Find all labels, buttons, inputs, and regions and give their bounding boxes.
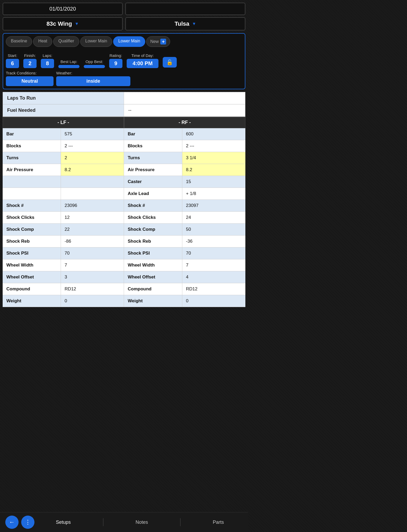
lf-label: Bar [3,128,61,140]
best-lap-value[interactable] [58,65,79,68]
tab-baseline[interactable]: Baseline [6,36,32,47]
rf-value[interactable]: 15 [182,176,245,188]
conditions-row: Track Conditions: Neutral Weather: insid… [6,71,242,86]
lf-value[interactable]: 7 [61,259,124,271]
rf-label: Bar [124,128,182,140]
car-dropdown[interactable]: 83c Wing ▼ [3,17,123,30]
table-row: Shock Reb-86Shock Reb-36 [3,236,245,247]
rf-value[interactable]: 7 [182,259,245,271]
rf-value[interactable]: 24 [182,212,245,223]
time-value[interactable]: 4:00 PM [127,59,158,68]
weather-value[interactable]: inside [56,76,130,86]
lf-header: - LF - [3,117,124,128]
rf-value[interactable]: 2 --- [182,140,245,152]
nav-setups[interactable]: Setups [51,517,76,527]
rf-label: Shock PSI [124,247,182,259]
lf-value[interactable]: 70 [61,247,124,259]
track-dropdown[interactable]: Tulsa ▼ [125,17,245,30]
rf-value[interactable]: + 1/8 [182,188,245,200]
session-tabs: Baseline Heat Qualifier Lower Main Lower… [6,36,242,47]
laps-row: Laps To Run [3,92,245,104]
lf-value[interactable]: RD12 [61,283,124,295]
bottom-nav: ← ⋮ Setups Notes Parts [0,512,248,532]
track-conditions-label: Track Conditions: [6,71,54,75]
rf-label: Shock Comp [124,224,182,235]
back-button[interactable]: ← [5,516,19,529]
rf-value[interactable]: 600 [182,128,245,140]
tab-heat[interactable]: Heat [33,36,52,47]
track-dropdown-arrow: ▼ [192,21,196,26]
data-rows: Bar575Bar600Blocks2 ---Blocks2 ---Turns2… [3,128,245,307]
table-row: Bar575Bar600 [3,128,245,140]
opp-best-value[interactable] [84,65,105,68]
rf-label: Shock Clicks [124,212,182,223]
lf-value[interactable] [61,176,124,188]
rf-value[interactable]: 70 [182,247,245,259]
lf-label: Shock Comp [3,224,61,235]
lf-rf-header: - LF - - RF - [3,117,245,128]
lf-label: Blocks [3,140,61,152]
date-field[interactable]: 01/01/2020 [3,3,123,15]
add-tab-icon: + [160,39,166,45]
lf-value[interactable]: 22 [61,224,124,235]
empty-field[interactable] [125,3,245,15]
tab-new[interactable]: New + [146,36,170,47]
nav-divider-1 [103,518,103,526]
lf-label: Shock Reb [3,236,61,247]
rf-value[interactable]: 23097 [182,200,245,211]
lf-value[interactable]: 8.2 [61,164,124,176]
rf-value[interactable]: 3 1/4 [182,152,245,164]
rf-label: Shock Reb [124,236,182,247]
lf-label: Turns [3,152,61,164]
lf-value[interactable]: 2 --- [61,140,124,152]
rf-label: Axle Lead [124,188,182,200]
rf-value[interactable]: 8.2 [182,164,245,176]
car-name: 83c Wing [46,20,72,27]
tab-qualifier[interactable]: Qualifier [53,36,79,47]
lf-label: Wheel Offset [3,271,61,283]
track-conditions-value[interactable]: Neutral [6,76,54,86]
laps-value[interactable]: 8 [41,59,54,68]
stats-row: Start: 6 Finish: 2 Laps: 8 Best Lap: Opp… [6,50,242,68]
start-value[interactable]: 6 [6,59,19,68]
lf-value[interactable]: -86 [61,236,124,247]
lf-value[interactable]: 3 [61,271,124,283]
lf-value[interactable]: 12 [61,212,124,223]
lf-value[interactable] [61,188,124,200]
finish-value[interactable]: 2 [23,59,37,68]
rf-header: - RF - [124,117,245,128]
nav-parts[interactable]: Parts [207,517,229,527]
lock-button[interactable]: 🔓 [163,57,177,68]
rf-value[interactable]: 0 [182,295,245,307]
lf-value[interactable]: 575 [61,128,124,140]
lf-value[interactable]: 0 [61,295,124,307]
nav-notes[interactable]: Notes [130,517,153,527]
rf-value[interactable]: -36 [182,236,245,247]
lock-icon: 🔓 [166,59,173,65]
lf-label: Shock PSI [3,247,61,259]
tab-lower-main-1[interactable]: Lower Main [80,36,112,47]
lock-group: 🔓 [163,50,177,68]
lf-value[interactable]: 2 [61,152,124,164]
tab-lower-main-2[interactable]: Lower Main [113,36,145,47]
rf-value[interactable]: RD12 [182,283,245,295]
rf-label: Wheel Width [124,259,182,271]
rating-value[interactable]: 9 [109,59,122,68]
finish-group: Finish: 2 [23,53,37,68]
table-row: Wheel Width7Wheel Width7 [3,259,245,271]
laps-to-run-value[interactable] [124,92,245,104]
table-row: Shock Clicks12Shock Clicks24 [3,212,245,224]
fuel-needed-value[interactable]: -- [124,104,245,116]
rf-value[interactable]: 50 [182,224,245,235]
lf-value[interactable]: 23096 [61,200,124,211]
menu-button[interactable]: ⋮ [21,516,34,529]
session-panel: Baseline Heat Qualifier Lower Main Lower… [3,33,245,89]
rf-label: Blocks [124,140,182,152]
opp-best-group: Opp Best: [84,59,105,68]
table-row: Shock PSI70Shock PSI70 [3,247,245,259]
date-value: 01/01/2020 [49,6,76,12]
data-section: Laps To Run Fuel Needed -- - LF - - RF -… [3,92,245,307]
time-group: Time of Day: 4:00 PM [127,53,158,68]
laps-group: Laps: 8 [41,53,54,68]
rf-value[interactable]: 4 [182,271,245,283]
